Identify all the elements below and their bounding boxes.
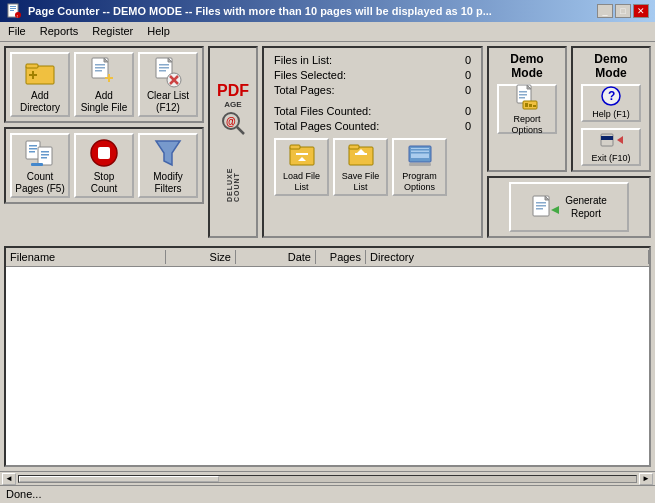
demo-panels-container: DemoMode (487, 46, 651, 172)
pdf-section: PDF AGE @ COUNT DELUXE (208, 46, 258, 238)
program-options-button[interactable]: ProgramOptions (392, 138, 447, 196)
files-in-list-label: Files in List: (274, 54, 332, 66)
save-icon (345, 141, 377, 169)
help-f1-button[interactable]: ? Help (F1) (581, 84, 641, 122)
svg-rect-51 (411, 152, 429, 154)
pdf-count-text: COUNT DELUXE (226, 137, 240, 202)
scroll-left-button[interactable]: ◄ (2, 473, 16, 485)
clear-list-label: Clear List(F12) (147, 90, 189, 114)
report-icon (513, 83, 541, 113)
stop-icon (88, 137, 120, 169)
svg-rect-71 (536, 208, 543, 210)
svg-marker-72 (551, 206, 559, 214)
scroll-right-button[interactable]: ► (639, 473, 653, 485)
exit-icon (599, 130, 623, 152)
action-buttons-row: Load FileList Save FileList (274, 138, 471, 196)
modify-filters-button[interactable]: ModifyFilters (138, 133, 198, 198)
menu-file[interactable]: File (4, 24, 30, 39)
toolbar-row-2: CountPages (F5) StopCount (4, 127, 204, 204)
count-icon (24, 137, 56, 169)
report-options-button[interactable]: ReportOptions (497, 84, 557, 134)
add-directory-label: AddDirectory (20, 90, 60, 114)
svg-rect-35 (98, 147, 110, 159)
demo-label-right: DemoMode (594, 52, 627, 80)
svg-rect-3 (10, 10, 14, 11)
svg-rect-30 (41, 151, 49, 153)
svg-rect-2 (10, 8, 16, 9)
svg-rect-29 (38, 147, 52, 165)
svg-rect-55 (519, 91, 527, 93)
svg-rect-69 (536, 202, 546, 204)
total-files-counted-label: Total Files Counted: (274, 105, 371, 117)
total-pages-label: Total Pages: (274, 84, 335, 96)
stats-section: Files in List: 0 Files Selected: 0 Total… (262, 46, 483, 238)
svg-rect-21 (159, 70, 166, 72)
status-bar: Done... (0, 485, 655, 503)
save-file-list-button[interactable]: Save FileList (333, 138, 388, 196)
scroll-thumb[interactable] (19, 476, 219, 482)
maximize-button[interactable]: □ (615, 4, 631, 18)
total-pages-counted-row: Total Pages Counted: 0 (274, 120, 471, 132)
svg-text:?: ? (608, 89, 615, 103)
close-button[interactable]: ✕ (633, 4, 649, 18)
count-pages-button[interactable]: CountPages (F5) (10, 133, 70, 198)
count-pages-label: CountPages (F5) (15, 171, 64, 195)
modify-filters-label: ModifyFilters (153, 171, 182, 195)
action-buttons: Load FileList Save FileList (274, 138, 471, 196)
svg-rect-28 (29, 151, 35, 153)
files-selected-label: Files Selected: (274, 69, 346, 81)
scroll-track[interactable] (18, 475, 637, 483)
main-content: AddDirectory (0, 42, 655, 503)
window-title: Page Counter -- DEMO MODE -- Files with … (28, 5, 492, 17)
svg-text:@: @ (226, 116, 236, 127)
col-header-size: Size (166, 250, 236, 264)
clear-icon (152, 56, 184, 88)
window-controls: _ □ ✕ (597, 4, 649, 18)
svg-rect-65 (601, 136, 613, 140)
svg-rect-16 (105, 77, 113, 79)
horizontal-scrollbar[interactable]: ◄ ► (0, 471, 655, 485)
svg-rect-12 (95, 64, 105, 66)
svg-rect-57 (519, 97, 525, 99)
svg-rect-45 (349, 145, 359, 149)
clear-list-button[interactable]: Clear List(F12) (138, 52, 198, 117)
stop-count-button[interactable]: StopCount (74, 133, 134, 198)
minimize-button[interactable]: _ (597, 4, 613, 18)
files-selected-value: 0 (451, 69, 471, 81)
status-text: Done... (6, 488, 41, 500)
svg-marker-66 (617, 136, 623, 144)
generate-report-area: GenerateReport (487, 176, 651, 238)
svg-rect-52 (409, 163, 431, 166)
file-list-body[interactable] (6, 267, 649, 465)
col-header-pages: Pages (316, 250, 366, 264)
program-icon (404, 141, 436, 169)
save-file-list-label: Save FileList (342, 171, 380, 193)
col-header-date: Date (236, 250, 316, 264)
svg-rect-32 (41, 157, 47, 159)
menu-register[interactable]: Register (88, 24, 137, 39)
load-file-list-button[interactable]: Load FileList (274, 138, 329, 196)
load-icon (286, 141, 318, 169)
demo-label-left: DemoMode (510, 52, 543, 80)
svg-rect-41 (290, 145, 300, 149)
col-header-filename: Filename (6, 250, 166, 264)
menu-reports[interactable]: Reports (36, 24, 83, 39)
demo-panel-left: DemoMode (487, 46, 567, 172)
file-list-area: Filename Size Date Pages Directory (4, 246, 651, 467)
svg-text:!: ! (17, 14, 18, 19)
menu-help[interactable]: Help (143, 24, 174, 39)
svg-rect-27 (29, 148, 37, 150)
filter-icon (152, 137, 184, 169)
svg-rect-14 (95, 70, 102, 72)
col-header-directory: Directory (366, 250, 649, 264)
pdf-logo-text: PDF (217, 82, 249, 100)
add-single-file-button[interactable]: AddSingle File (74, 52, 134, 117)
files-in-list-row: Files in List: 0 (274, 54, 471, 66)
exit-f10-button[interactable]: Exit (F10) (581, 128, 641, 166)
load-file-list-label: Load FileList (283, 171, 320, 193)
generate-report-button[interactable]: GenerateReport (509, 182, 629, 232)
add-directory-button[interactable]: AddDirectory (10, 52, 70, 117)
stop-count-label: StopCount (91, 171, 118, 195)
pdf-logo-area: PDF AGE @ COUNT DELUXE (215, 78, 251, 206)
pdf-subtitle-1: AGE (224, 100, 241, 109)
